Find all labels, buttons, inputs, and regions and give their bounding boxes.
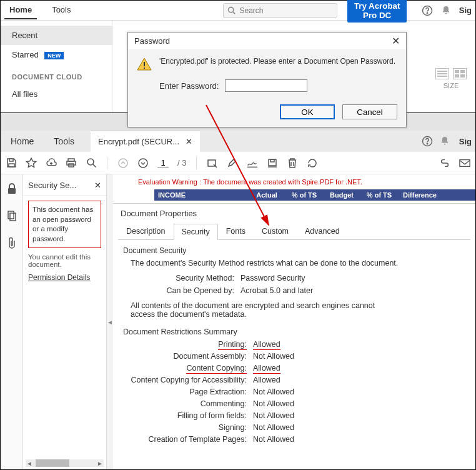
svg-point-17: [139, 159, 147, 168]
lock-icon[interactable]: [7, 183, 17, 196]
print-icon[interactable]: [66, 158, 77, 169]
col-actual: Actual: [248, 191, 285, 199]
new-badge: NEW: [44, 52, 64, 59]
doc-security-label: Document Security: [123, 246, 467, 255]
bell-icon[interactable]: [440, 5, 452, 16]
view-size-label: SIZE: [444, 82, 459, 89]
select-tool-icon[interactable]: [207, 158, 218, 169]
props-tab-description[interactable]: Description: [118, 223, 174, 239]
starred-label: Starred: [12, 50, 39, 59]
sign-tool-icon[interactable]: [247, 158, 258, 169]
opened-by-label: Can be Opened by:: [122, 286, 240, 295]
scroll-left-icon[interactable]: ◄: [26, 459, 33, 467]
svg-rect-26: [10, 213, 16, 221]
sidebar-item-recent[interactable]: Recent: [1, 26, 112, 45]
svg-point-3: [427, 12, 427, 13]
tab-tools[interactable]: Tools: [47, 1, 76, 19]
file-tab[interactable]: Encrypt.pdf (SECUR... ✕: [91, 131, 200, 152]
security-panel: Security Se... ✕ This document has an op…: [23, 174, 107, 469]
tab-home[interactable]: Home: [4, 1, 37, 19]
props-tab-custom[interactable]: Custom: [254, 223, 297, 239]
rotate-icon[interactable]: [307, 158, 318, 169]
svg-point-16: [119, 159, 127, 168]
props-tab-fonts[interactable]: Fonts: [218, 223, 254, 239]
enter-password-label: Enter Password:: [159, 81, 219, 91]
bell-icon[interactable]: [439, 136, 450, 147]
restriction-row: Content Copying for Accessibility:Allowe…: [122, 376, 467, 384]
restriction-key: Content Copying:: [122, 364, 253, 372]
props-tab-security[interactable]: Security: [174, 224, 218, 240]
grid-view-icon[interactable]: [453, 68, 467, 79]
top-right-icons: Sig: [422, 5, 472, 16]
col-pct1: % of TS: [285, 191, 323, 199]
help-icon[interactable]: [422, 136, 433, 147]
save-icon[interactable]: [6, 158, 17, 169]
doc-security-desc: The document's Security Method restricts…: [131, 259, 467, 268]
list-view-icon[interactable]: [435, 68, 449, 79]
password-dialog: Password ✕ 'Encrypted.pdf' is protected.…: [127, 32, 407, 128]
cancel-button[interactable]: Cancel: [342, 104, 397, 119]
dialog-titlebar: Password ✕: [128, 32, 406, 49]
doc-tab-bar: Home Tools Encrypt.pdf (SECUR... ✕ Sig: [1, 131, 475, 152]
sidebar-item-all-files[interactable]: All files: [1, 84, 112, 104]
doc-tab-tools[interactable]: Tools: [44, 136, 84, 146]
stamp-icon[interactable]: [267, 158, 278, 169]
sidebar-item-starred[interactable]: Starred NEW: [1, 45, 112, 64]
trash-icon[interactable]: [287, 158, 298, 169]
panel-scrollbar[interactable]: ◄ ►: [26, 459, 104, 467]
restriction-value: Allowed: [253, 376, 280, 384]
page-up-icon[interactable]: [117, 158, 129, 169]
col-budget: Budget: [323, 191, 360, 199]
restriction-key: Content Copying for Accessibility:: [122, 376, 253, 384]
warning-icon: [137, 57, 152, 72]
document-properties-dialog: Document Properties Description Security…: [113, 203, 475, 469]
cloud-icon[interactable]: [46, 158, 57, 169]
collapse-panel-handle[interactable]: ◄: [107, 174, 113, 469]
close-icon[interactable]: ✕: [392, 35, 400, 47]
permission-details-link[interactable]: Permission Details: [28, 273, 101, 282]
help-icon[interactable]: [422, 5, 433, 16]
try-acrobat-button[interactable]: Try Acrobat Pro DC: [347, 0, 406, 22]
search-box[interactable]: [223, 3, 337, 18]
page-down-icon[interactable]: [137, 158, 149, 169]
svg-rect-20: [269, 159, 276, 166]
mail-icon[interactable]: [459, 158, 470, 169]
svg-rect-4: [144, 62, 145, 66]
ok-button[interactable]: OK: [280, 104, 335, 119]
scroll-thumb[interactable]: [36, 459, 69, 467]
restriction-row: Commenting:Not Allowed: [122, 399, 467, 408]
link-icon[interactable]: [439, 158, 450, 169]
password-input[interactable]: [225, 79, 307, 92]
restriction-row: Filling of form fields:Not Allowed: [122, 411, 467, 420]
svg-rect-23: [460, 159, 470, 166]
left-nav-rail: [1, 174, 23, 469]
star-icon[interactable]: [26, 158, 37, 169]
search-icon[interactable]: [86, 158, 97, 169]
page-number-input[interactable]: [157, 158, 169, 168]
income-table-header: INCOME Actual % of TS Budget % of TS Dif…: [154, 189, 475, 201]
scroll-right-icon[interactable]: ►: [96, 459, 104, 467]
page-total: / 3: [177, 158, 186, 168]
highlight-icon[interactable]: [227, 158, 238, 169]
svg-rect-25: [8, 211, 14, 219]
dialog-title: Password: [134, 36, 170, 46]
restriction-row: Content Copying:Allowed: [122, 364, 467, 372]
svg-rect-5: [144, 68, 145, 69]
close-tab-icon[interactable]: ✕: [186, 137, 192, 146]
sign-in-link[interactable]: Sig: [459, 137, 472, 146]
close-panel-icon[interactable]: ✕: [94, 181, 101, 190]
security-method-value: Password Security: [240, 274, 305, 282]
restriction-key: Document Assembly:: [122, 352, 253, 361]
restriction-key: Page Extraction:: [122, 388, 253, 396]
doc-tab-home[interactable]: Home: [1, 136, 44, 146]
search-input[interactable]: [239, 6, 333, 15]
pages-icon[interactable]: [6, 210, 17, 223]
attachment-icon[interactable]: [7, 237, 17, 251]
eval-warning: Evaluation Warning : The document was cr…: [113, 174, 475, 189]
restriction-value: Not Allowed: [253, 423, 294, 432]
props-tab-advanced[interactable]: Advanced: [297, 223, 348, 239]
restriction-value: Allowed: [253, 364, 280, 372]
restriction-value: Not Allowed: [253, 411, 294, 420]
sign-in-link[interactable]: Sig: [459, 6, 472, 15]
restriction-value: Not Allowed: [253, 388, 294, 396]
